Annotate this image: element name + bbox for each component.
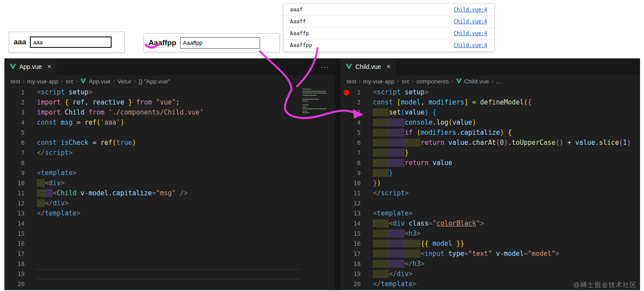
line-number: 7 [4, 148, 25, 158]
tab-bar: Child.vue × [340, 58, 640, 75]
vscode-window: App.vue × ··· test›my-vue-app›src›App.vu… [4, 58, 640, 290]
close-icon[interactable]: × [47, 63, 51, 71]
editor-split-sash[interactable] [335, 58, 340, 290]
console-source-link[interactable]: Child.vue:4 [454, 42, 487, 48]
line-number: 11 [340, 188, 361, 198]
indent-guide [373, 260, 389, 268]
page: aaa Aaaffpp aaafChild.vue:4AaaffChild.vu… [0, 0, 644, 291]
breadcrumb-item[interactable]: src [65, 78, 73, 85]
chevron-right-icon: › [134, 78, 136, 84]
code-editor-child-vue[interactable]: 1<script setup>2const [model, modifiers]… [340, 87, 640, 289]
breadcrumb-item[interactable]: src [402, 78, 409, 85]
demo-widget-aaaffpp: Aaaffpp [144, 33, 280, 52]
code-line[interactable]: 19 </div> [340, 269, 640, 279]
code-line[interactable]: 13</template> [4, 208, 335, 219]
code-line[interactable]: 8 return value [340, 158, 640, 168]
line-number: 16 [4, 239, 25, 249]
code-line[interactable]: 12 [340, 198, 640, 208]
breadcrumb-item[interactable]: test [347, 78, 356, 85]
line-number: 3 [4, 108, 25, 118]
code-line[interactable]: 2import { ref, reactive } from "vue"; [4, 97, 335, 108]
breadcrumb-item[interactable]: test [11, 78, 20, 85]
more-actions-button[interactable]: ··· [321, 63, 335, 71]
breadcrumb-item[interactable]: my-vue-app [27, 78, 58, 85]
code-line[interactable]: 15 <h3> [340, 229, 640, 239]
chevron-right-icon: › [23, 78, 25, 84]
line-number: 19 [340, 269, 361, 279]
console-source-link[interactable]: Child.vue:4 [454, 18, 487, 25]
breadcrumb-item[interactable]: ... [496, 78, 501, 85]
code-line[interactable]: 1<script setup> [4, 87, 335, 97]
code-line[interactable]: 13<template> [340, 208, 640, 219]
code-line[interactable]: 17 <input type="text" v-model="model"> [340, 249, 640, 259]
code-line[interactable]: 9 } [340, 168, 640, 178]
indent-guide [373, 219, 389, 227]
line-number: 19 [4, 269, 25, 279]
code-line[interactable]: 4 console.log(value) [340, 118, 640, 128]
code-editor-app-vue[interactable]: 1<script setup>2import { ref, reactive }… [4, 87, 335, 289]
console-source-link[interactable]: Child.vue:4 [454, 7, 487, 13]
code-line[interactable]: 6const isCheck = ref(true) [4, 138, 335, 148]
breadcrumb-item[interactable]: {} "App.vue" [138, 78, 170, 85]
console-source-link[interactable]: Child.vue:4 [454, 30, 487, 36]
line-number: 13 [340, 208, 361, 219]
code-line[interactable]: 16 [4, 239, 335, 249]
code-line[interactable]: 3import Child from './components/Child.v… [4, 108, 335, 118]
code-line[interactable]: 11</script> [340, 188, 640, 198]
minimap[interactable] [302, 89, 328, 128]
line-number: 11 [4, 188, 25, 198]
indent-guide [389, 240, 405, 248]
code-line[interactable]: 4const msg = ref('aaa') [4, 118, 335, 128]
code-line[interactable]: 10}) [340, 178, 640, 188]
code-line[interactable]: 14 [4, 219, 335, 229]
code-line[interactable]: 7</script> [4, 148, 335, 158]
code-line[interactable]: 6 return value.charAt(0).toUpperCase() +… [340, 138, 640, 148]
breakpoint-icon[interactable] [344, 90, 349, 95]
code-line[interactable]: 20 [4, 279, 335, 289]
indent-guide [389, 129, 405, 137]
code-line[interactable]: 1<script setup> [340, 87, 640, 97]
code-line[interactable]: 10 <div> [4, 178, 335, 188]
chevron-right-icon: › [397, 78, 399, 84]
breadcrumb-item[interactable]: components [416, 78, 449, 85]
line-number: 5 [340, 128, 361, 138]
code-line[interactable]: 17 [4, 249, 335, 259]
line-number: 10 [340, 178, 361, 188]
indent-guide [405, 250, 420, 258]
tab-bar: App.vue × ··· [4, 58, 335, 75]
code-line[interactable]: 11 <Child v-model.capitalize="msg" /> [4, 188, 335, 198]
code-line[interactable]: 16 {{ model }} [340, 239, 640, 249]
chevron-right-icon: › [452, 78, 453, 84]
indent-guide [405, 240, 420, 248]
breadcrumb-item[interactable]: Child.vue [464, 78, 489, 85]
console-row: aaafChild.vue:4 [284, 4, 494, 16]
breadcrumb-item[interactable]: Vetur [118, 78, 132, 85]
breadcrumb-item[interactable]: my-vue-app [363, 78, 394, 85]
code-line[interactable]: 2const [model, modifiers] = defineModel(… [340, 97, 640, 108]
text-input-aaaffpp[interactable] [180, 37, 260, 49]
code-line[interactable]: 8 [4, 158, 335, 168]
line-number: 2 [340, 97, 361, 108]
code-line[interactable]: 5 if (modifiers.capitalize) { [340, 128, 640, 138]
console-message: Aaaffp [290, 30, 454, 36]
tab-app-vue[interactable]: App.vue × [4, 58, 57, 75]
code-line[interactable]: 12 </div> [4, 198, 335, 208]
code-line[interactable]: 3 set(value) { [340, 108, 640, 118]
code-line[interactable]: 18 [4, 259, 335, 269]
text-input-aaa[interactable] [30, 36, 112, 48]
code-line[interactable]: 15 [4, 229, 335, 239]
breadcrumb-item[interactable]: App.vue [89, 78, 111, 85]
indent-guide [373, 230, 389, 237]
line-number: 15 [4, 229, 25, 239]
close-icon[interactable]: × [386, 63, 390, 71]
indent-guide [389, 260, 405, 268]
code-line[interactable]: 5 [4, 128, 335, 138]
indent-guide [37, 179, 45, 187]
indent-guide [37, 199, 45, 207]
code-line[interactable]: 14 <div class="colorBlack"> [340, 219, 640, 229]
code-line[interactable]: 19 [4, 269, 335, 279]
tab-child-vue[interactable]: Child.vue × [340, 58, 396, 75]
code-line[interactable]: 9<template> [4, 168, 335, 178]
code-line[interactable]: 7 } [340, 148, 640, 158]
code-line[interactable]: 18 </h3> [340, 259, 640, 269]
